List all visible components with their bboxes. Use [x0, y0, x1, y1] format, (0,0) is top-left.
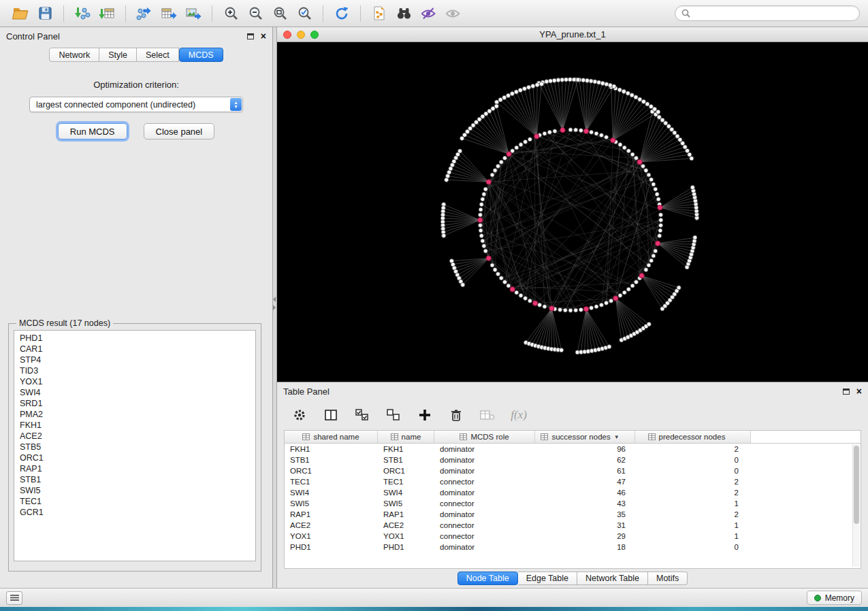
mcds-result-item[interactable]: SWI4 [14, 387, 255, 398]
mcds-result-list[interactable]: PHD1CAR1STP4TID3YOX1SWI4SRD1PMA2FKH1ACE2… [14, 330, 256, 561]
mcds-result-item[interactable]: STP4 [14, 354, 255, 365]
mcds-result-item[interactable]: PMA2 [14, 409, 255, 420]
zoom-in-button[interactable] [219, 3, 243, 24]
column-header-name[interactable]: name [378, 431, 434, 444]
tab-network[interactable]: Network [49, 48, 99, 62]
column-grid-icon [541, 433, 548, 440]
close-table-panel-icon[interactable]: × [856, 388, 862, 395]
window-minimize-icon[interactable] [297, 31, 305, 39]
table-row[interactable]: PHD1PHD1dominator180 [285, 542, 861, 552]
mcds-result-item[interactable]: SWI5 [14, 485, 255, 496]
save-session-button[interactable] [33, 3, 57, 24]
close-panel-button[interactable]: Close panel [144, 123, 215, 139]
column-header-shared-name[interactable]: shared name [285, 431, 378, 444]
table-scrollbar-thumb[interactable] [854, 446, 859, 524]
column-header-predecessor-nodes[interactable]: predecessor nodes [635, 431, 751, 444]
network-canvas[interactable] [277, 42, 868, 382]
table-row[interactable]: TEC1TEC1connector472 [285, 476, 861, 487]
mcds-result-item[interactable]: TEC1 [14, 496, 255, 507]
table-tab-node-table[interactable]: Node Table [457, 572, 518, 585]
cell-name: YOX1 [378, 532, 434, 540]
show-columns-button[interactable] [322, 406, 340, 424]
table-tab-motifs[interactable]: Motifs [648, 572, 688, 585]
column-grid-icon [460, 433, 467, 440]
tab-select[interactable]: Select [137, 48, 179, 62]
zoom-out-button[interactable] [243, 3, 268, 24]
table-row[interactable]: SWI5SWI5connector431 [285, 498, 861, 509]
memory-button[interactable]: Memory [807, 591, 862, 605]
mcds-result-item[interactable]: FKH1 [14, 420, 255, 431]
column-grid-icon [302, 433, 310, 440]
cell-predecessors: 2 [635, 445, 751, 453]
deselect-all-button[interactable] [385, 406, 402, 424]
cell-shared_name: FKH1 [285, 445, 378, 453]
table-row[interactable]: YOX1YOX1connector291 [285, 531, 861, 542]
mcds-result-item[interactable]: GCR1 [14, 507, 255, 518]
mcds-result-item[interactable]: STB5 [14, 442, 255, 452]
optimization-criterion-select[interactable]: largest connected component (undirected)… [29, 97, 243, 112]
status-menu-button[interactable] [6, 591, 22, 605]
cell-successors: 46 [535, 489, 635, 497]
window-maximize-icon[interactable] [310, 31, 319, 39]
show-all-button[interactable] [440, 3, 465, 24]
mcds-result-item[interactable]: YOX1 [14, 376, 255, 387]
add-column-button[interactable] [416, 406, 434, 424]
column-header-MCDS-role[interactable]: MCDS role [434, 431, 535, 444]
float-table-panel-icon[interactable] [843, 389, 850, 395]
export-table-button[interactable] [157, 3, 181, 24]
open-file-button[interactable] [8, 3, 33, 24]
mcds-result-item[interactable]: CAR1 [14, 344, 255, 354]
zoom-selected-button[interactable] [292, 3, 317, 24]
mcds-result-item[interactable]: ACE2 [14, 431, 255, 442]
control-panel-header: Control Panel × [0, 27, 272, 45]
table-row[interactable]: ACE2ACE2connector311 [285, 520, 861, 531]
import-table-button[interactable] [95, 3, 119, 24]
panel-splitter[interactable] [272, 27, 277, 588]
cell-role: dominator [434, 510, 535, 518]
tab-mcds[interactable]: MCDS [179, 48, 223, 62]
column-header-successor-nodes[interactable]: successor nodes▼ [535, 431, 635, 444]
refresh-button[interactable] [329, 3, 354, 24]
table-row[interactable]: STB1STB1dominator620 [285, 455, 861, 465]
network-graph [277, 42, 868, 382]
run-mcds-button[interactable]: Run MCDS [58, 123, 127, 139]
global-search[interactable] [675, 5, 860, 21]
export-image-button[interactable] [181, 3, 206, 24]
table-tab-edge-table[interactable]: Edge Table [518, 572, 577, 585]
delete-column-button[interactable] [447, 406, 465, 424]
mcds-result-item[interactable]: PHD1 [14, 333, 255, 344]
mcds-result-item[interactable]: TID3 [14, 365, 255, 376]
window-close-icon[interactable] [283, 31, 291, 39]
cell-shared_name: PHD1 [285, 543, 378, 551]
mcds-result-item[interactable]: STB1 [14, 474, 255, 485]
hide-selected-button[interactable] [416, 3, 440, 24]
mcds-result-item[interactable]: RAP1 [14, 463, 255, 474]
table-tab-network-table[interactable]: Network Table [577, 572, 648, 585]
search-input[interactable] [694, 9, 853, 18]
search-network-button[interactable] [391, 3, 416, 24]
table-row[interactable]: FKH1FKH1dominator962 [285, 444, 861, 455]
splitter-handle-icon[interactable] [273, 297, 276, 310]
refresh-icon [334, 5, 350, 22]
float-panel-icon[interactable] [247, 33, 254, 39]
status-bar: Memory [0, 588, 868, 607]
table-scrollbar[interactable] [852, 444, 860, 567]
table-settings-button[interactable] [291, 406, 308, 424]
cell-successors: 29 [535, 532, 635, 540]
mcds-result-item[interactable]: ORC1 [14, 452, 255, 463]
zoom-fit-icon [272, 5, 288, 21]
zoom-fit-button[interactable] [268, 3, 292, 24]
import-network-button[interactable] [70, 3, 95, 24]
select-all-button[interactable] [353, 406, 371, 424]
mcds-result-item[interactable]: SRD1 [14, 398, 255, 409]
table-row[interactable]: SWI4SWI4dominator462 [285, 487, 861, 498]
cell-role: connector [434, 478, 535, 486]
node-table-body: FKH1FKH1dominator962STB1STB1dominator620… [285, 444, 861, 552]
close-panel-icon[interactable]: × [261, 33, 266, 39]
tab-style[interactable]: Style [99, 48, 137, 62]
table-row[interactable]: ORC1ORC1dominator610 [285, 465, 861, 476]
table-row[interactable]: RAP1RAP1dominator352 [285, 509, 861, 520]
export-network-button[interactable] [132, 3, 157, 24]
table-panel: Table Panel × [277, 382, 868, 588]
clone-network-button[interactable] [367, 3, 391, 24]
